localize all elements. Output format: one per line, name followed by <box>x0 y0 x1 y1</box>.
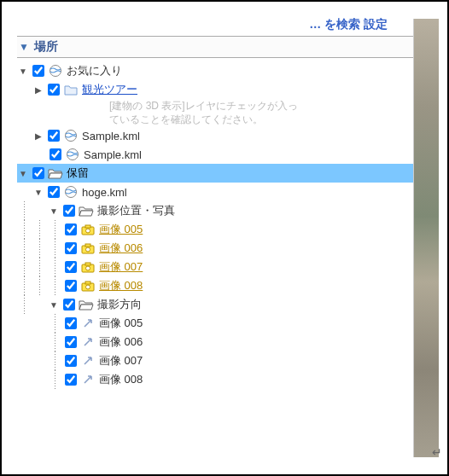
places-tree: ▼ お気に入り ▶ 観光ツアー [建物の 3D 表示]レイヤにチェックが入っ て… <box>17 61 439 389</box>
checkbox[interactable] <box>32 167 44 179</box>
tree-item-pending[interactable]: ▼ 保留 <box>17 164 435 183</box>
tree-item-hoge[interactable]: ▼ hoge.kml <box>17 183 435 201</box>
svg-point-15 <box>86 285 90 289</box>
expand-toggle[interactable]: ▼ <box>48 299 60 311</box>
tree-item-direction[interactable]: 画像 005 <box>17 314 435 333</box>
tree-item-direction[interactable]: 画像 008 <box>17 370 435 389</box>
svg-rect-8 <box>85 244 90 247</box>
checkbox[interactable] <box>65 223 77 235</box>
tree-item-label[interactable]: 観光ツアー <box>82 82 137 97</box>
return-icon: ↵ <box>432 445 442 459</box>
tree-item-label[interactable]: 画像 005 <box>99 222 143 237</box>
tree-item-label: hoge.kml <box>82 186 127 199</box>
expand-toggle[interactable]: ▶ <box>32 130 44 142</box>
globe-icon <box>63 184 79 200</box>
tree-item-label: 画像 005 <box>99 316 143 331</box>
tree-item-label: 画像 007 <box>99 353 143 369</box>
checkbox[interactable] <box>32 65 44 77</box>
arrow-icon <box>80 334 96 350</box>
tree-item-sample2[interactable]: Sample.kml <box>17 145 435 164</box>
tree-item-label[interactable]: 画像 008 <box>99 278 143 293</box>
tree-item-direction[interactable]: 画像 006 <box>17 333 435 351</box>
expand-toggle[interactable]: ▶ <box>32 84 44 96</box>
camera-icon <box>80 241 96 256</box>
tree-item-kanko-tour[interactable]: ▶ 観光ツアー <box>17 80 435 99</box>
tree-item-label: 撮影位置・写真 <box>97 203 175 218</box>
tree-item-image[interactable]: 画像 008 <box>17 276 435 295</box>
tree-item-shootpos[interactable]: ▼ 撮影位置・写真 <box>17 201 435 220</box>
arrow-icon <box>80 353 96 369</box>
tree-item-label: 画像 006 <box>99 334 143 350</box>
tree-item-image[interactable]: 画像 005 <box>17 220 435 239</box>
checkbox[interactable] <box>65 317 77 329</box>
folder-icon <box>63 82 79 97</box>
expand-toggle[interactable]: ▼ <box>17 65 29 77</box>
checkbox[interactable] <box>65 336 77 348</box>
svg-point-9 <box>86 247 90 252</box>
globe-icon <box>48 63 63 78</box>
checkbox[interactable] <box>65 280 77 292</box>
svg-rect-14 <box>85 282 90 284</box>
checkbox[interactable] <box>63 299 75 311</box>
places-panel-header[interactable]: ▼ 場所 <box>17 36 439 58</box>
checkbox[interactable] <box>65 374 77 386</box>
top-header-fragment: … を検索 設定 <box>17 17 439 34</box>
checkbox[interactable] <box>65 355 77 367</box>
svg-rect-5 <box>85 225 90 228</box>
checkbox[interactable] <box>65 261 77 273</box>
folder-open-icon <box>48 165 63 181</box>
panel-title: 場所 <box>34 39 58 55</box>
tree-item-sample1[interactable]: ▶ Sample.kml <box>17 126 435 145</box>
globe-icon <box>65 147 80 162</box>
checkbox[interactable] <box>63 205 75 217</box>
checkbox[interactable] <box>50 148 61 160</box>
expand-toggle[interactable]: ▼ <box>48 205 60 217</box>
tree-item-label: Sample.kml <box>82 130 140 142</box>
arrow-icon <box>80 372 96 387</box>
tree-item-label: Sample.kml <box>84 148 142 161</box>
camera-icon <box>80 278 96 293</box>
tree-item-image[interactable]: 画像 006 <box>17 239 435 258</box>
globe-icon <box>63 128 79 143</box>
tree-item-image[interactable]: 画像 007 <box>17 258 435 276</box>
tree-item-direction[interactable]: 画像 007 <box>17 351 435 370</box>
folder-open-icon <box>79 203 94 218</box>
svg-point-12 <box>86 266 90 270</box>
svg-point-6 <box>86 229 90 233</box>
checkbox[interactable] <box>48 186 60 198</box>
tree-item-label: お気に入り <box>67 63 122 78</box>
folder-open-icon <box>79 297 94 312</box>
tree-item-label[interactable]: 画像 006 <box>99 241 143 256</box>
tree-item-label[interactable]: 画像 007 <box>99 259 143 275</box>
expand-toggle[interactable]: ▼ <box>17 167 29 179</box>
hint-text: [建物の 3D 表示]レイヤにチェックが入っ <box>17 99 435 113</box>
expand-toggle[interactable]: ▼ <box>32 186 44 198</box>
tree-item-favorites[interactable]: ▼ お気に入り <box>17 61 435 80</box>
tree-item-shootdir[interactable]: ▼ 撮影方向 <box>17 295 435 314</box>
tree-item-label: 保留 <box>67 165 89 181</box>
svg-rect-11 <box>85 263 90 265</box>
checkbox[interactable] <box>48 130 60 142</box>
arrow-icon <box>80 316 96 331</box>
camera-icon <box>80 222 96 237</box>
tree-item-label: 撮影方向 <box>97 297 142 312</box>
checkbox[interactable] <box>48 84 60 96</box>
hint-text: ていることを確認してください。 <box>17 113 435 126</box>
map-preview-strip <box>413 19 439 457</box>
collapse-icon: ▼ <box>19 41 29 53</box>
tree-item-label: 画像 008 <box>99 372 143 387</box>
checkbox[interactable] <box>65 242 77 254</box>
camera-icon <box>80 259 96 275</box>
